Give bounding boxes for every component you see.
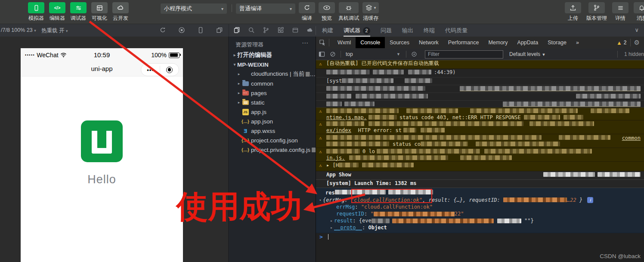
expand-arrow[interactable]: ▸ [329,219,334,223]
exit-button[interactable] [160,67,179,73]
tree-item--[interactable]: ▸打开的编辑器 [229,50,316,60]
folder-static-icon [242,100,249,105]
tree-item-pages[interactable]: ▸pages [229,88,316,98]
editor-button[interactable]: </> 编辑器 [49,2,66,22]
more-actions-icon[interactable]: ⋯ [302,39,309,47]
info-badge-icon[interactable]: i [587,197,593,203]
settings-gear-icon[interactable]: ⚙ [634,39,640,46]
panel-tab-输出[interactable]: 输出 [402,25,413,37]
devtools-tab-appdata[interactable]: AppData [513,37,543,48]
search-icon[interactable] [247,26,256,34]
upload-button[interactable]: 上传 [565,2,581,22]
chevron-down-icon: ▾ [66,29,68,33]
warning-icon: ⚠ [319,149,322,154]
visualization-button[interactable]: 可视化 [91,2,108,22]
messages-button[interactable]: 消息 [634,2,644,22]
version-control-button[interactable]: 版本管理 [586,2,607,22]
preview-button[interactable]: 预览 [319,2,335,22]
tree-item-MP-WEIXIN[interactable]: ▾MP-WEIXIN [229,60,316,69]
details-button[interactable]: 详情 [612,2,629,22]
warning-count-badge[interactable]: ▲2 [616,40,627,46]
tree-item-cloudfunctions-[interactable]: ▸cloudfunctions | 当前… [229,69,316,79]
devtools-tab-network[interactable]: Network [414,37,443,48]
devtools-tab-wxml[interactable]: Wxml [333,37,356,48]
tree-arrow-icon: ▸ [236,72,242,76]
window-icon[interactable] [291,26,300,34]
more-button[interactable]: ••• [141,67,160,73]
blurred-text [403,128,416,133]
blurred-text [368,121,523,126]
device-selector[interactable]: /7/8 100% 23 ▾ [1,27,36,33]
blurred-text [460,155,512,160]
cloud-run-icon[interactable] [306,26,314,34]
panel-tab-label: 输出 [402,27,413,34]
expand-arrow[interactable]: ▾ [318,198,323,202]
phone-icon [28,2,44,13]
live-expression-icon[interactable] [409,51,420,57]
clear-cache-button[interactable]: ▾ 清缓存 [362,2,379,22]
tree-item-static[interactable]: ▸static [229,98,316,107]
log-link[interactable]: ex/index [326,127,351,133]
context-selector[interactable]: top▼ [343,51,404,57]
source-control-icon[interactable] [262,26,270,34]
tree-item-project.private.config.js[interactable]: {…}project.private.config.js [229,145,316,154]
panel-tab-终端[interactable]: 终端 [424,25,435,37]
console-line: :44:39) [316,69,644,75]
log-link[interactable]: in.js. [326,155,345,161]
debugger-button[interactable]: 调试器 [70,2,87,22]
files-icon[interactable] [232,26,241,34]
blurred-request-id [503,197,567,202]
console-row: ⚠ex/indexHTTP error: st [316,120,644,134]
panel-tab-代码质量[interactable]: 代码质量 [445,25,468,37]
tree-item-app.js[interactable]: JSapp.js [229,107,316,117]
extensions-icon[interactable] [276,26,285,34]
console-prompt[interactable]: > [316,233,644,240]
devtools-tab-memory[interactable]: Memory [483,37,512,48]
tree-item-project.config.json[interactable]: {…}project.config.json [229,136,316,145]
panel-tab-调试器[interactable]: 调试器2 [344,25,370,37]
divider [617,51,618,58]
hot-reload-toggle[interactable]: 热重载 开 ▾ [41,27,68,34]
phone-mode-button[interactable] [196,26,205,34]
multi-window-button[interactable] [215,26,224,34]
visualization-label: 可视化 [92,15,107,22]
console-row: ⚠ntime.js.map.status code 403, net::ERR_… [316,108,644,120]
spacer [389,144,393,144]
mode-select[interactable]: 小程序模式 ▾ [161,3,227,14]
devtools-tab-performance[interactable]: Performance [443,37,484,48]
collapse-chevron-icon[interactable]: ∨ [635,27,639,33]
tree-item-common[interactable]: ▸common [229,79,316,88]
log-link[interactable]: common [622,135,641,141]
compile-button[interactable]: 编译 [299,2,315,22]
log-text: [自动热重载] 已开启代码文件保存后自动热重载 [326,60,439,67]
devtools-tab-storage[interactable]: Storage [543,37,571,48]
devtools-tab-»[interactable]: » [571,37,584,48]
debug-sliders-icon [70,2,87,13]
blurred-text [421,128,445,133]
log-text: [system] Launch Time: 1382 ms [326,180,417,186]
refresh-button[interactable] [158,26,167,34]
compile-mode-select[interactable]: 普通编译 ▾ [236,3,295,14]
console-sidebar-icon[interactable] [316,51,327,57]
log-link[interactable]: ntime.js.map. [326,114,367,120]
simulator-button[interactable]: 模拟器 [28,2,45,22]
filter-input[interactable] [425,50,503,59]
blurred-text [349,155,448,160]
panel-tab-问题[interactable]: 问题 [381,25,392,37]
devtools-tab-sources[interactable]: Sources [385,37,414,48]
log-levels-selector[interactable]: Default levels ▼ [509,51,545,57]
panel-tab-构建[interactable]: 构建 [322,25,333,37]
tree-item-app.wxss[interactable]: Ǝapp.wxss [229,126,316,136]
devtools-tab-console[interactable]: Console [356,37,385,48]
console-row [316,101,644,108]
tree-item-label: app.json [251,118,273,125]
device-debug-button[interactable]: 真机调试 [338,2,359,22]
inspect-element-icon[interactable] [316,39,329,46]
tree-item-app.json[interactable]: {…}app.json [229,117,316,126]
battery-icon [169,52,180,58]
blurred-text [356,94,428,99]
clear-console-icon[interactable] [327,51,338,57]
cloud-dev-button[interactable]: 云开发 [112,2,129,22]
expand-arrow[interactable]: ▸ [329,225,334,230]
stop-button[interactable] [177,26,186,34]
